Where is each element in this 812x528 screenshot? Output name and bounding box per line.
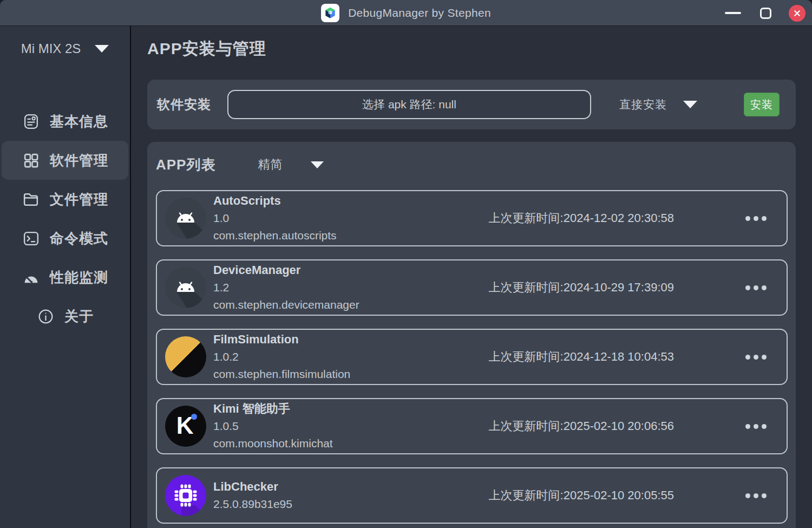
app-name: FilmSimulation <box>213 331 350 348</box>
chevron-down-icon <box>683 101 697 108</box>
app-window: DebugManager by Stephen Mi MIX 2S 基本信息 软… <box>0 0 812 528</box>
app-row[interactable]: LibChecker 2.5.0.89b31e95 上次更新时间:2025-02… <box>156 467 788 524</box>
app-name: AutoScripts <box>213 192 337 210</box>
install-mode-label: 直接安装 <box>619 97 667 112</box>
sidebar-nav: 基本信息 软件管理 文件管理 命令模式 性能监测 关于 <box>0 102 130 336</box>
app-row[interactable]: AutoScripts 1.0 com.stephen.autoscripts … <box>156 190 788 246</box>
sidebar-item-about[interactable]: 关于 <box>2 297 128 336</box>
row-menu-button[interactable] <box>742 213 770 224</box>
android-robot-icon <box>165 267 206 308</box>
app-version: 1.2 <box>213 279 359 296</box>
minimize-button[interactable] <box>724 4 742 22</box>
app-package: com.stephen.filmsimulation <box>213 366 350 383</box>
maximize-button[interactable] <box>756 4 775 22</box>
close-icon <box>793 9 801 17</box>
chevron-down-icon <box>95 45 109 53</box>
app-package: com.moonshot.kimichat <box>213 435 333 452</box>
titlebar[interactable]: DebugManager by Stephen <box>0 0 812 26</box>
chevron-down-icon <box>311 161 324 168</box>
app-updated-time: 上次更新时间:2025-02-10 20:06:56 <box>489 418 674 434</box>
device-selector[interactable]: Mi MIX 2S <box>0 34 130 64</box>
sidebar-item-command[interactable]: 命令模式 <box>2 219 128 258</box>
window-title: DebugManager by Stephen <box>348 6 491 19</box>
device-name: Mi MIX 2S <box>21 41 81 56</box>
terminal-icon <box>22 229 40 247</box>
sidebar: Mi MIX 2S 基本信息 软件管理 文件管理 命令模式 性能监测 关于 <box>0 26 131 528</box>
install-button[interactable]: 安装 <box>744 93 780 116</box>
sidebar-item-basic-info[interactable]: 基本信息 <box>2 102 128 141</box>
app-updated-time: 上次更新时间:2025-02-10 20:05:55 <box>489 487 674 504</box>
install-mode-dropdown[interactable]: 直接安装 <box>619 97 697 112</box>
app-name: Kimi 智能助手 <box>213 400 333 418</box>
sidebar-item-performance[interactable]: 性能监测 <box>2 258 128 297</box>
folder-icon <box>22 190 40 208</box>
grid-icon <box>22 151 40 170</box>
app-name: DeviceManager <box>213 262 359 279</box>
chip-icon <box>165 475 206 516</box>
app-list-title: APP列表 <box>156 155 215 174</box>
app-version: 1.0.5 <box>213 418 333 435</box>
list-filter-label: 精简 <box>258 157 283 173</box>
gauge-icon <box>22 268 40 286</box>
close-button[interactable] <box>789 5 806 22</box>
list-filter-dropdown[interactable]: 精简 <box>258 157 324 173</box>
id-card-icon <box>22 112 40 131</box>
minimize-icon <box>725 12 741 14</box>
row-menu-button[interactable] <box>742 421 770 432</box>
app-version: 1.0 <box>213 210 337 227</box>
app-version: 1.0.2 <box>213 348 350 366</box>
install-label: 软件安装 <box>157 96 211 113</box>
android-robot-icon <box>165 198 206 239</box>
app-version: 2.5.0.89b31e95 <box>213 496 292 513</box>
main-content: APP安装与管理 软件安装 直接安装 安装 APP列表 精简 <box>131 26 812 528</box>
apk-path-input[interactable] <box>227 90 591 119</box>
film-circle-icon <box>165 336 206 377</box>
app-row[interactable]: FilmSimulation 1.0.2 com.stephen.filmsim… <box>156 329 788 385</box>
app-rows: AutoScripts 1.0 com.stephen.autoscripts … <box>156 190 788 524</box>
app-row[interactable]: K Kimi 智能助手 1.0.5 com.moonshot.kimichat … <box>156 398 788 454</box>
app-row[interactable]: DeviceManager 1.2 com.stephen.devicemana… <box>156 259 788 316</box>
install-section: 软件安装 直接安装 安装 <box>147 80 796 129</box>
row-menu-button[interactable] <box>742 351 770 363</box>
app-updated-time: 上次更新时间:2024-12-18 10:04:53 <box>489 349 674 365</box>
sidebar-item-files[interactable]: 文件管理 <box>2 180 128 219</box>
app-updated-time: 上次更新时间:2024-12-02 20:30:58 <box>489 210 674 226</box>
kimi-logo-icon: K <box>165 406 206 447</box>
sidebar-item-software[interactable]: 软件管理 <box>2 141 128 180</box>
app-package: com.stephen.autoscripts <box>213 227 337 244</box>
compose-cube-icon <box>321 4 339 22</box>
row-menu-button[interactable] <box>742 490 770 501</box>
maximize-icon <box>760 8 771 19</box>
app-name: LibChecker <box>213 478 292 496</box>
app-list-section: APP列表 精简 AutoScripts 1.0 com.stephen.aut… <box>147 142 796 528</box>
page-title: APP安装与管理 <box>147 38 796 60</box>
app-package: com.stephen.devicemanager <box>213 296 359 314</box>
info-icon <box>36 307 55 325</box>
row-menu-button[interactable] <box>742 282 770 294</box>
app-updated-time: 上次更新时间:2024-10-29 17:39:09 <box>489 279 674 296</box>
